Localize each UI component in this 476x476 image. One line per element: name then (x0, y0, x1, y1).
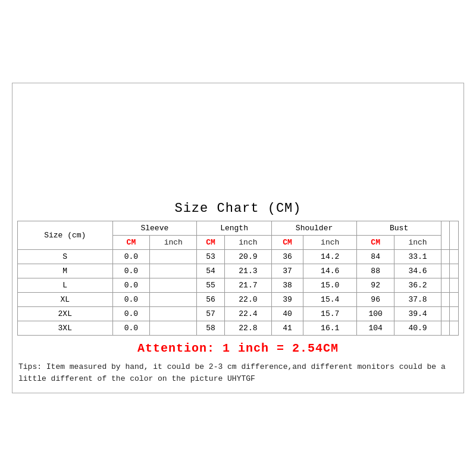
table-cell: 21.7 (224, 278, 271, 293)
length-inch-label: inch (224, 236, 271, 250)
table-cell: 36 (271, 250, 303, 264)
table-cell: XL (18, 293, 113, 307)
shoulder-cm-label: CM (271, 236, 303, 250)
extra-col-2 (450, 221, 459, 250)
table-cell: 84 (357, 250, 394, 264)
table-cell (450, 250, 459, 264)
extra-col-1 (441, 221, 450, 250)
table-cell: 55 (197, 278, 225, 293)
table-cell: 34.6 (394, 264, 441, 278)
attention-text: Attention: 1 inch = 2.54CM (17, 336, 459, 359)
shoulder-header: Shoulder (271, 221, 356, 236)
table-cell: 37 (271, 264, 303, 278)
sleeve-cm-label: CM (112, 236, 150, 250)
table-cell: 88 (357, 264, 394, 278)
chart-title: Size Chart (CM) (17, 195, 459, 221)
table-cell: 56 (197, 293, 225, 307)
table-cell: 22.4 (224, 307, 271, 321)
shoulder-inch-label: inch (303, 236, 357, 250)
table-row: 2XL0.05722.44015.710039.4 (18, 307, 459, 321)
table-cell: 40 (271, 307, 303, 321)
table-cell: 36.2 (394, 278, 441, 293)
sleeve-inch-label: inch (150, 236, 197, 250)
bust-inch-label: inch (394, 236, 441, 250)
table-cell: 3XL (18, 321, 113, 336)
table-cell: 20.9 (224, 250, 271, 264)
table-cell: 96 (357, 293, 394, 307)
table-cell (150, 278, 197, 293)
table-cell: 0.0 (112, 321, 150, 336)
table-cell: 2XL (18, 307, 113, 321)
table-cell: 33.1 (394, 250, 441, 264)
table-row: XL0.05622.03915.49637.8 (18, 293, 459, 307)
top-space (17, 88, 459, 195)
table-cell: 15.4 (303, 293, 357, 307)
bust-cm-label: CM (357, 236, 394, 250)
table-cell (450, 264, 459, 278)
table-cell: 14.2 (303, 250, 357, 264)
table-cell (450, 307, 459, 321)
table-cell: 92 (357, 278, 394, 293)
size-header: Size (cm) (18, 221, 113, 250)
table-row: M0.05421.33714.68834.6 (18, 264, 459, 278)
table-cell: S (18, 250, 113, 264)
table-cell: 41 (271, 321, 303, 336)
table-cell: 0.0 (112, 307, 150, 321)
table-cell (450, 278, 459, 293)
table-row: L0.05521.73815.09236.2 (18, 278, 459, 293)
table-cell: 0.0 (112, 250, 150, 264)
table-cell: 22.0 (224, 293, 271, 307)
table-cell: 58 (197, 321, 225, 336)
table-cell: 104 (357, 321, 394, 336)
sleeve-header: Sleeve (112, 221, 197, 236)
table-row: S0.05320.93614.28433.1 (18, 250, 459, 264)
table-cell: 53 (197, 250, 225, 264)
table-cell: 0.0 (112, 278, 150, 293)
size-table: Size (cm) Sleeve Length Shoulder Bust CM… (17, 221, 459, 336)
table-cell: M (18, 264, 113, 278)
table-cell (441, 250, 450, 264)
table-cell: 0.0 (112, 264, 150, 278)
table-cell: 15.7 (303, 307, 357, 321)
table-cell (150, 293, 197, 307)
table-cell: L (18, 278, 113, 293)
table-cell: 14.6 (303, 264, 357, 278)
table-cell (450, 293, 459, 307)
table-cell: 39 (271, 293, 303, 307)
table-cell (150, 250, 197, 264)
length-header: Length (197, 221, 272, 236)
table-cell: 54 (197, 264, 225, 278)
table-body: S0.05320.93614.28433.1M0.05421.33714.688… (18, 250, 459, 336)
table-cell (441, 264, 450, 278)
table-cell (450, 321, 459, 336)
table-cell: 57 (197, 307, 225, 321)
table-cell: 21.3 (224, 264, 271, 278)
table-cell: 22.8 (224, 321, 271, 336)
table-cell: 15.0 (303, 278, 357, 293)
length-cm-label: CM (197, 236, 225, 250)
table-cell (441, 321, 450, 336)
table-cell: 16.1 (303, 321, 357, 336)
table-row: 3XL0.05822.84116.110440.9 (18, 321, 459, 336)
table-cell: 100 (357, 307, 394, 321)
bust-header: Bust (357, 221, 441, 236)
table-cell (150, 264, 197, 278)
table-cell (150, 321, 197, 336)
table-cell (441, 293, 450, 307)
table-cell: 37.8 (394, 293, 441, 307)
tips-text: Tips: Item measured by hand, it could be… (17, 359, 459, 388)
table-cell: 0.0 (112, 293, 150, 307)
table-cell: 39.4 (394, 307, 441, 321)
size-chart-container: Size Chart (CM) Size (cm) Sleeve Length … (12, 83, 464, 393)
table-cell (150, 307, 197, 321)
table-cell: 38 (271, 278, 303, 293)
table-cell: 40.9 (394, 321, 441, 336)
table-cell (441, 278, 450, 293)
table-cell (441, 307, 450, 321)
